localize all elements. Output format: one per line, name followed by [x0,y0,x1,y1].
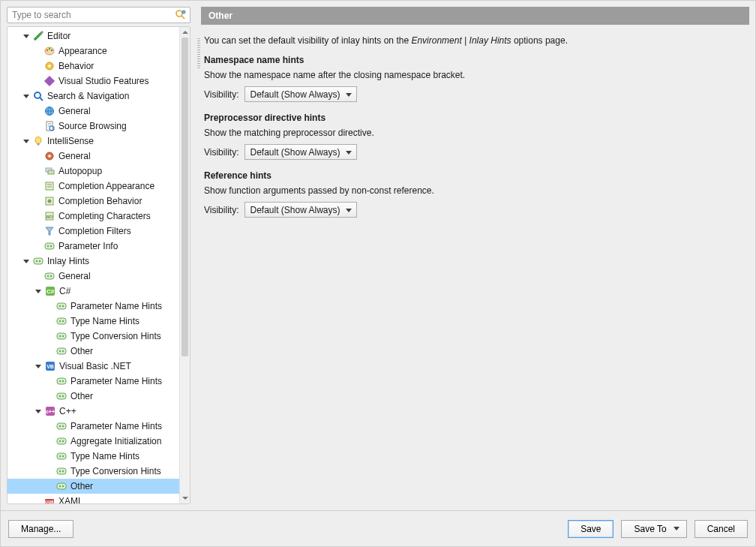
tree-item[interactable]: Autopopup [8,164,190,179]
chevron-down-icon[interactable] [33,406,44,416]
tree-item[interactable]: General [8,269,190,284]
tree-item-label: Source Browsing [58,121,127,131]
tree-item[interactable]: Parameter Info [8,239,190,254]
chevron-down-icon[interactable] [33,361,44,371]
filter-icon [44,225,56,237]
chevron-down-icon[interactable] [21,91,32,101]
tree-item-label: IntelliSense [47,136,94,146]
options-tree: EditorAppearanceBehaviorVisual Studio Fe… [7,26,190,504]
visibility-label: Visibility: [204,205,238,215]
tree-item[interactable]: C# [8,284,190,299]
sidebar: EditorAppearanceBehaviorVisual Studio Fe… [1,1,196,507]
comp-b-icon [44,195,56,207]
tree-item[interactable]: General [8,104,190,119]
section-title: Reference hints [204,170,748,181]
tree-item-label: C++ [59,406,76,416]
globe-icon [44,105,56,117]
pencil-icon [32,30,44,42]
section-title: Namespace name hints [204,55,748,65]
hint-icon [56,375,68,387]
hint-icon [56,345,68,357]
tree-item[interactable]: Other [8,344,190,359]
tree-item-label: Parameter Name Hints [70,376,162,386]
tree-item-label: Other [70,391,93,401]
hint-icon [56,420,68,432]
search-icon [32,90,44,102]
tree-item-label: General [58,151,91,161]
tree-item[interactable]: Completion Behavior [8,194,190,209]
tree-item[interactable]: C++ [8,404,190,419]
dialog-footer: Manage... Save Save To Cancel [1,510,755,546]
manage-button[interactable]: Manage... [8,520,74,538]
tree-item[interactable]: Search & Navigation [8,89,190,104]
tree-item[interactable]: Type Name Hints [8,449,190,464]
hint-icon [56,450,68,462]
tree-item[interactable]: Visual Studio Features [8,74,190,89]
tree-item[interactable]: Parameter Name Hints [8,299,190,314]
tree-scrollbar[interactable] [179,27,190,503]
tree-item-label: Parameter Info [58,241,118,251]
tree-item[interactable]: Type Name Hints [8,314,190,329]
tree-item-label: Aggregate Initialization [70,436,161,446]
scroll-thumb[interactable] [182,38,188,356]
visibility-select[interactable]: Default (Show Always) [244,144,357,160]
tree-item-label: General [58,271,91,281]
tree-item[interactable]: IntelliSense [8,134,190,149]
save-button[interactable]: Save [568,520,614,538]
tree-item-label: Inlay Hints [47,256,89,266]
search-icon [175,9,187,21]
save-to-button[interactable]: Save To [621,520,686,538]
tree-item[interactable]: Other [8,479,190,494]
chevron-down-icon[interactable] [21,136,32,146]
chevron-down-icon [344,90,353,99]
scroll-up-icon[interactable] [180,27,190,38]
tree-item[interactable]: General [8,149,190,164]
tree-item[interactable]: Other [8,389,190,404]
hint-icon [56,315,68,327]
tree-item[interactable]: Source Browsing [8,119,190,134]
tree-item-label: Autopopup [58,166,102,176]
tree-item[interactable]: Visual Basic .NET [8,359,190,374]
visibility-label: Visibility: [204,89,238,100]
search-input[interactable] [10,9,175,21]
doc-icon [44,120,56,132]
splitter[interactable] [196,1,201,507]
tree-item[interactable]: Type Conversion Hints [8,329,190,344]
chevron-down-icon[interactable] [33,286,44,296]
chevron-down-icon [673,524,680,534]
tree-item-label: Appearance [58,46,107,56]
tree-item[interactable]: Inlay Hints [8,254,190,269]
tree-item-label: Type Conversion Hints [70,331,161,341]
cancel-button[interactable]: Cancel [694,520,748,538]
tree-item-label: C# [59,286,70,296]
tree-item[interactable]: Completion Appearance [8,179,190,194]
chevron-down-icon[interactable] [21,256,32,266]
scroll-down-icon[interactable] [180,493,190,503]
tree-item[interactable]: XAML [8,494,190,503]
hint-icon [44,240,56,252]
tree-item-label: Type Conversion Hints [70,466,161,476]
visibility-select[interactable]: Default (Show Always) [244,202,357,218]
tree-item[interactable]: Type Conversion Hints [8,464,190,479]
tree-item[interactable]: Behavior [8,59,190,74]
bulb-icon [32,135,44,147]
tree-item[interactable]: Completion Filters [8,224,190,239]
xaml-icon [44,495,56,503]
tree-item[interactable]: Appearance [8,44,190,59]
gear-r-icon [44,150,56,162]
visibility-select[interactable]: Default (Show Always) [244,86,357,102]
section-description: Show function arguments passed by non-co… [204,185,748,196]
search-box[interactable] [7,7,190,23]
tree-item[interactable]: Completing Characters [8,209,190,224]
tree-item-label: Other [70,481,93,491]
chevron-down-icon[interactable] [21,31,32,41]
tree-item[interactable]: Parameter Name Hints [8,419,190,434]
tree-item-label: General [58,106,91,116]
tree-item-label: XAML [58,496,83,503]
section-title: Preprocessor directive hints [204,113,748,123]
cs-icon [44,285,56,297]
tree-item[interactable]: Aggregate Initialization [8,434,190,449]
tree-item-label: Type Name Hints [70,451,140,461]
tree-item[interactable]: Editor [8,29,190,44]
tree-item[interactable]: Parameter Name Hints [8,374,190,389]
